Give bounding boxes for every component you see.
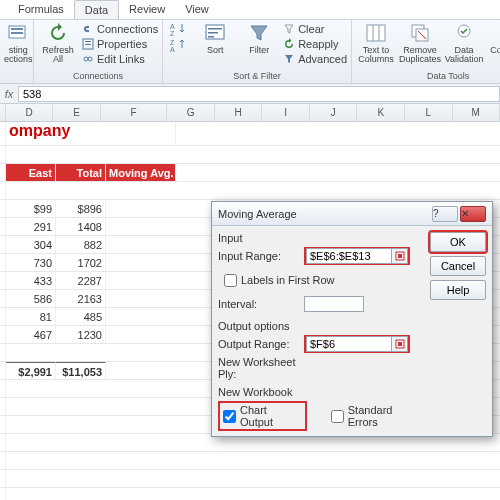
data-cell[interactable]: 2287	[56, 272, 106, 289]
data-validation-button[interactable]: Data Validation	[444, 22, 484, 64]
range-picker-icon	[395, 339, 405, 349]
dialog-titlebar[interactable]: Moving Average ? ✕	[212, 202, 492, 226]
remove-duplicates-label: Remove Duplicates	[399, 46, 441, 64]
connections-button[interactable]: Connections	[82, 22, 158, 36]
data-cell[interactable]: $99	[6, 200, 56, 217]
reapply-button[interactable]: Reapply	[283, 37, 347, 51]
col-header[interactable]: M	[453, 104, 500, 121]
data-cell[interactable]: 304	[6, 236, 56, 253]
properties-button[interactable]: Properties	[82, 37, 158, 51]
refresh-icon	[47, 22, 69, 44]
col-header[interactable]: F	[101, 104, 168, 121]
interval-label: Interval:	[218, 298, 300, 310]
output-range-label: Output Range:	[218, 338, 300, 350]
col-header[interactable]: H	[215, 104, 263, 121]
col-header[interactable]: I	[262, 104, 310, 121]
data-cell[interactable]: 433	[6, 272, 56, 289]
svg-rect-4	[85, 41, 91, 42]
header-east: East	[6, 164, 56, 181]
reapply-icon	[283, 38, 295, 50]
existing-label: stingections	[4, 46, 33, 64]
text-to-columns-button[interactable]: Text to Columns	[356, 22, 396, 64]
chart-output-checkbox[interactable]	[223, 410, 236, 423]
col-header[interactable]: K	[357, 104, 405, 121]
new-ws-ply-label: New Worksheet Ply:	[218, 356, 300, 380]
data-cell[interactable]: 586	[6, 290, 56, 307]
svg-text:Z: Z	[170, 39, 175, 46]
col-header[interactable]: G	[167, 104, 215, 121]
svg-rect-2	[11, 32, 23, 34]
tab-data[interactable]: Data	[74, 0, 119, 19]
interval-field[interactable]	[304, 296, 364, 312]
total-total[interactable]: $11,053	[56, 362, 106, 379]
data-cell[interactable]: 1408	[56, 218, 106, 235]
advanced-button[interactable]: Advanced	[283, 52, 347, 66]
properties-icon	[82, 38, 94, 50]
advanced-icon	[283, 53, 295, 65]
total-east[interactable]: $2,991	[6, 362, 56, 379]
sort-label: Sort	[207, 46, 224, 55]
svg-point-6	[84, 57, 88, 61]
data-validation-label: Data Validation	[445, 46, 484, 64]
svg-rect-1	[11, 28, 23, 30]
ok-button[interactable]: OK	[430, 232, 486, 252]
help-icon-button[interactable]: ?	[432, 206, 458, 222]
ribbon-tabs: Formulas Data Review View	[0, 0, 500, 20]
sort-button[interactable]: Sort	[195, 22, 235, 55]
clear-button[interactable]: Clear	[283, 22, 347, 36]
header-total: Total	[56, 164, 106, 181]
help-button[interactable]: Help	[430, 280, 486, 300]
svg-text:Z: Z	[170, 30, 175, 36]
data-cell[interactable]: 467	[6, 326, 56, 343]
svg-text:A: A	[170, 46, 175, 52]
svg-rect-27	[398, 254, 402, 258]
sort-az-button[interactable]: AZ ZA	[167, 22, 191, 52]
data-cell[interactable]: 485	[56, 308, 106, 325]
existing-connections-icon	[7, 22, 29, 44]
data-cell[interactable]: 730	[6, 254, 56, 271]
ribbon: stingections Refresh All Connections Pro…	[0, 20, 500, 84]
remove-duplicates-button[interactable]: Remove Duplicates	[400, 22, 440, 64]
dialog-title: Moving Average	[218, 208, 432, 220]
data-cell[interactable]: 1702	[56, 254, 106, 271]
range-picker-button[interactable]	[392, 248, 408, 264]
formula-input[interactable]	[18, 86, 500, 102]
refresh-all-button[interactable]: Refresh All	[38, 22, 78, 64]
svg-point-7	[88, 57, 92, 61]
filter-label: Filter	[249, 46, 269, 55]
close-button[interactable]: ✕	[460, 206, 486, 222]
data-cell[interactable]: 291	[6, 218, 56, 235]
question-icon: ?	[433, 208, 457, 219]
input-range-field[interactable]	[306, 248, 392, 264]
data-cell[interactable]: 81	[6, 308, 56, 325]
sort-icon	[204, 22, 226, 44]
data-cell[interactable]: 882	[56, 236, 106, 253]
fx-icon[interactable]: fx	[0, 88, 18, 100]
tab-formulas[interactable]: Formulas	[8, 0, 74, 19]
data-cell[interactable]: 2163	[56, 290, 106, 307]
text-to-columns-icon	[365, 22, 387, 44]
filter-button[interactable]: Filter	[239, 22, 279, 55]
output-range-field[interactable]	[306, 336, 392, 352]
range-picker-icon	[395, 251, 405, 261]
edit-links-button[interactable]: Edit Links	[82, 52, 158, 66]
labels-first-row-checkbox[interactable]	[224, 274, 237, 287]
col-header[interactable]: J	[310, 104, 358, 121]
text-to-columns-label: Text to Columns	[358, 46, 394, 64]
tab-review[interactable]: Review	[119, 0, 175, 19]
data-cell[interactable]: 1230	[56, 326, 106, 343]
tab-view[interactable]: View	[175, 0, 219, 19]
filter-icon	[248, 22, 270, 44]
col-header[interactable]: L	[405, 104, 453, 121]
cancel-button[interactable]: Cancel	[430, 256, 486, 276]
standard-errors-checkbox[interactable]	[331, 410, 344, 423]
col-header[interactable]: E	[53, 104, 101, 121]
formula-bar: fx	[0, 84, 500, 104]
range-picker-button[interactable]	[392, 336, 408, 352]
sort-za-icon: ZA	[168, 38, 190, 52]
existing-connections-button[interactable]: stingections	[4, 22, 33, 64]
data-cell[interactable]: $896	[56, 200, 106, 217]
consolidate-button[interactable]: Consolidate	[488, 22, 500, 55]
col-header[interactable]: D	[6, 104, 54, 121]
link-icon	[82, 23, 94, 35]
